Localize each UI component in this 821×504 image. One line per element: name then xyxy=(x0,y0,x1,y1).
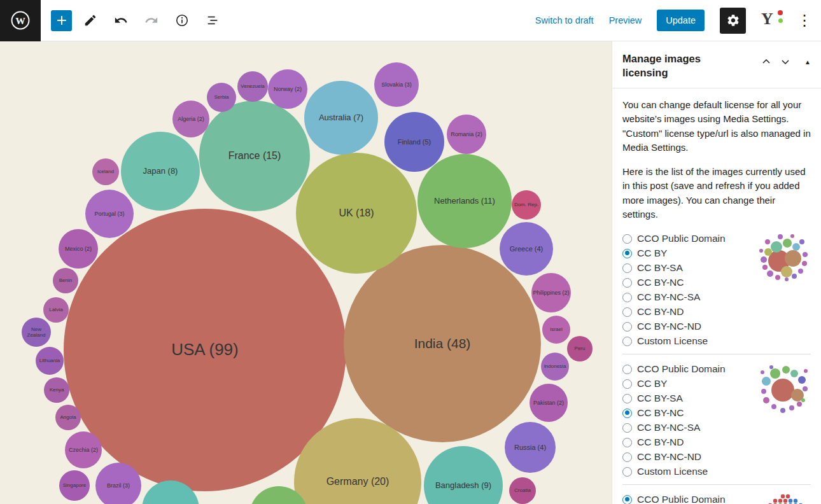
radio-unselected[interactable] xyxy=(622,263,632,273)
list-view-button[interactable] xyxy=(200,8,225,32)
image-license-group-2: CCO Public DomainCC BYCC BY-SACC BY-NCCC… xyxy=(622,362,811,479)
list-view-icon xyxy=(206,13,220,27)
license-option-cco-public-domain[interactable]: CCO Public Domain xyxy=(622,493,755,504)
settings-sidebar: Manage images licensing ▲ You can change… xyxy=(612,41,821,504)
image-thumbnail-dot-plot-3 xyxy=(757,493,811,504)
license-option-cc-by[interactable]: CC BY xyxy=(622,246,755,261)
move-down-button[interactable] xyxy=(778,54,793,69)
bubble-angola: Angola xyxy=(55,405,81,430)
bubble-label: Peru xyxy=(575,346,586,351)
pencil-icon xyxy=(83,13,97,27)
license-option-cc-by-nc-sa[interactable]: CC BY-NC-SA xyxy=(622,421,755,435)
bubble-label: Croatia xyxy=(514,487,531,493)
license-option-label: CC BY-NC-ND xyxy=(637,321,701,332)
license-options-list-3: CCO Public DomainCC BYCC BY-SACC BY-NCCC… xyxy=(622,493,755,504)
bubble-label: Netherlands (11) xyxy=(434,197,495,206)
bubble-label: Greece (4) xyxy=(510,245,544,253)
licensing-list-text: Here is the list of the images currently… xyxy=(622,165,811,222)
bubble-czechia-2: Czechia (2) xyxy=(65,431,102,468)
bubble-label: Iceland xyxy=(97,169,114,174)
license-option-cc-by[interactable]: CC BY xyxy=(622,377,755,391)
license-option-label: CC BY-NC-SA xyxy=(637,291,700,303)
more-options-button[interactable]: ⋮ xyxy=(797,13,812,28)
bubble-label: Norway (2) xyxy=(274,86,302,92)
update-button[interactable]: Update xyxy=(657,10,705,31)
bubble-croatia: Croatia xyxy=(509,477,536,504)
license-option-label: CC BY-NC xyxy=(637,407,684,419)
bubble-label: Japan (8) xyxy=(143,167,178,176)
radio-unselected[interactable] xyxy=(622,322,632,332)
license-option-label: Custom License xyxy=(637,466,708,477)
bubble-algeria-2: Algeria (2) xyxy=(172,101,209,137)
bubble-brazil-3: Brazil (3) xyxy=(95,463,141,504)
yoast-seo-button[interactable]: Y xyxy=(761,10,782,31)
image-license-group-3: CCO Public DomainCC BYCC BY-SACC BY-NCCC… xyxy=(622,493,811,504)
move-up-button[interactable] xyxy=(759,54,774,69)
bubble-label: France (15) xyxy=(228,150,281,162)
radio-unselected[interactable] xyxy=(622,452,632,462)
bubble-label: Latvia xyxy=(49,307,62,312)
chevron-down-icon xyxy=(779,55,792,68)
bubble-pakistan-2: Pakistan (2) xyxy=(530,384,568,422)
license-option-cc-by-sa[interactable]: CC BY-SA xyxy=(622,261,755,276)
bubble-mexico-2: Mexico (2) xyxy=(59,229,98,269)
bubble-romania-2: Romania (2) xyxy=(447,115,486,154)
radio-unselected[interactable] xyxy=(622,394,632,403)
bubble-label: Kenya xyxy=(50,387,64,393)
bubble-portugal-3: Portugal (3) xyxy=(85,190,134,238)
gear-icon xyxy=(726,13,740,27)
license-option-cc-by-nc[interactable]: CC BY-NC xyxy=(622,276,755,290)
license-option-cco-public-domain[interactable]: CCO Public Domain xyxy=(622,362,755,377)
license-option-cc-by-nc[interactable]: CC BY-NC xyxy=(622,406,755,421)
bubble-indonesia: Indonesia xyxy=(541,353,569,381)
license-option-cc-by-nd[interactable]: CC BY-ND xyxy=(622,435,755,450)
bubble-iceland: Iceland xyxy=(92,158,119,185)
radio-selected[interactable] xyxy=(622,495,632,504)
license-option-label: CC BY-NC-SA xyxy=(637,422,700,433)
license-option-cc-by-nc-sa[interactable]: CC BY-NC-SA xyxy=(622,290,755,305)
radio-unselected[interactable] xyxy=(622,423,632,433)
license-option-cc-by-nc-nd[interactable]: CC BY-NC-ND xyxy=(622,450,755,465)
bubble-label: Pakistan (2) xyxy=(533,400,564,406)
radio-unselected[interactable] xyxy=(622,365,632,374)
panel-collapse-button[interactable]: ▲ xyxy=(804,59,811,66)
block-inserter-button[interactable] xyxy=(51,10,72,31)
bubble-slovakia-3: Slovakia (3) xyxy=(374,62,419,107)
radio-selected[interactable] xyxy=(622,409,632,418)
radio-unselected[interactable] xyxy=(622,293,632,302)
license-option-cc-by-sa[interactable]: CC BY-SA xyxy=(622,391,755,406)
wordpress-logo[interactable]: W xyxy=(0,0,41,41)
radio-unselected[interactable] xyxy=(622,438,632,447)
info-icon xyxy=(175,13,189,27)
license-option-cc-by-nc-nd[interactable]: CC BY-NC-ND xyxy=(622,319,755,334)
redo-button[interactable] xyxy=(139,8,164,32)
undo-button[interactable] xyxy=(109,8,133,32)
bubble-label: Algeria (2) xyxy=(178,116,204,122)
license-option-label: CC BY-SA xyxy=(637,262,683,274)
license-options-list-1: CCO Public DomainCC BYCC BY-SACC BY-NCCC… xyxy=(622,232,755,349)
details-info-button[interactable] xyxy=(170,8,194,32)
radio-unselected[interactable] xyxy=(622,467,632,477)
radio-unselected[interactable] xyxy=(622,307,632,317)
license-option-custom-license[interactable]: Custom License xyxy=(622,465,755,479)
settings-gear-button[interactable] xyxy=(720,8,746,34)
radio-unselected[interactable] xyxy=(622,337,632,346)
image-thumbnail-bubble-chart-1 xyxy=(757,232,811,285)
radio-unselected[interactable] xyxy=(622,234,632,244)
radio-selected[interactable] xyxy=(622,249,632,258)
panel-header: Manage images licensing ▲ xyxy=(612,41,821,88)
bubble-label: Dom. Rep. xyxy=(514,202,538,207)
bubble-label: Australia (7) xyxy=(319,113,363,123)
editor-canvas[interactable]: USA (99)India (48)Germany (20)UK (18)Fra… xyxy=(0,41,612,504)
preview-button[interactable]: Preview xyxy=(609,15,642,25)
license-option-custom-license[interactable]: Custom License xyxy=(622,334,755,349)
yoast-green-dot-icon xyxy=(778,18,783,23)
license-option-cc-by-nd[interactable]: CC BY-ND xyxy=(622,305,755,319)
radio-unselected[interactable] xyxy=(622,379,632,389)
bubble-label: Venezuela xyxy=(241,83,264,89)
radio-unselected[interactable] xyxy=(622,278,632,288)
tools-pencil-button[interactable] xyxy=(78,8,102,32)
license-option-cco-public-domain[interactable]: CCO Public Domain xyxy=(622,232,755,246)
editor-topbar: W Switch to draft Preview Update Y xyxy=(0,0,821,41)
switch-to-draft-button[interactable]: Switch to draft xyxy=(535,15,594,25)
